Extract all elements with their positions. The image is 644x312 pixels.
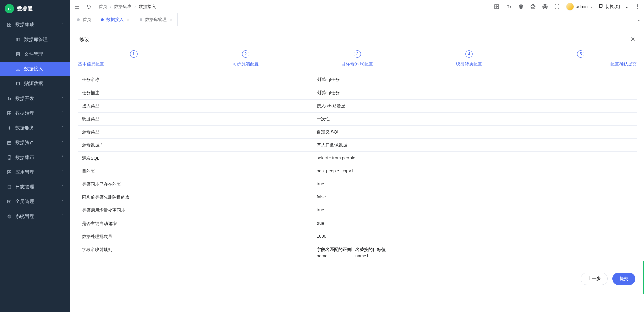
tabs-dropdown[interactable]: ⌄ — [634, 13, 644, 26]
sidebar-item-3[interactable]: 数据接入 — [0, 62, 70, 76]
step-title: 映射转换配置 — [456, 61, 482, 67]
step-title: 配置确认提交 — [610, 61, 637, 67]
row-value: true — [313, 204, 637, 217]
step-number: 4 — [465, 50, 473, 58]
db-icon — [7, 155, 12, 160]
row-value: true — [313, 217, 637, 230]
tab-indicator-icon — [77, 18, 80, 21]
sidebar-item-13[interactable]: 系统管理 ˅ — [0, 209, 70, 224]
list-icon — [15, 37, 21, 42]
topbar: 首页 › 数据集成 › 数据接入 admin ⌄ — [70, 0, 644, 13]
chevron-right-icon: › — [110, 4, 111, 9]
close-icon[interactable]: ✕ — [630, 36, 635, 43]
step-4[interactable]: 4 映射转换配置 — [413, 50, 525, 67]
close-icon[interactable]: ✕ — [169, 17, 173, 22]
table-row: 是否同步已存在的表 true — [78, 178, 637, 191]
step-3[interactable]: 3 目标端(ods)配置 — [301, 50, 413, 67]
sidebar-item-10[interactable]: 应用管理 ˅ — [0, 165, 70, 180]
step-5[interactable]: 5 配置确认提交 — [525, 50, 637, 67]
row-value: 自定义 SQL — [313, 126, 637, 138]
logo[interactable]: rt 数睿通 — [0, 0, 70, 17]
row-label: 任务名称 — [78, 73, 313, 86]
breadcrumb-home[interactable]: 首页 — [99, 4, 107, 10]
sidebar-item-1[interactable]: 数据库管理 — [0, 32, 70, 47]
table-row: 目的表 ods_people_copy1 — [78, 165, 637, 178]
row-value: 字段名匹配的正则 名替换的目标值 name name1 — [313, 243, 637, 262]
sidebar-item-label: 系统管理 — [15, 213, 62, 220]
row-label: 同步前是否先删除目的表 — [78, 191, 313, 204]
svg-rect-5 — [17, 53, 20, 56]
svg-point-10 — [8, 156, 11, 157]
step-1[interactable]: 1 基本信息配置 — [78, 50, 190, 67]
main: 首页 › 数据集成 › 数据接入 admin ⌄ — [70, 0, 644, 312]
step-2[interactable]: 2 同步源端配置 — [190, 50, 301, 67]
svg-rect-11 — [8, 171, 9, 172]
chevron-down-icon: ˅ — [62, 126, 64, 130]
sidebar-item-label: 日志管理 — [15, 184, 62, 190]
fullscreen-icon[interactable] — [554, 3, 560, 10]
close-icon[interactable]: ✕ — [126, 17, 130, 22]
language-icon[interactable] — [518, 3, 524, 10]
avatar-icon — [566, 3, 574, 11]
tab-2[interactable]: 数据库管理 ✕ — [135, 13, 178, 26]
collapse-sidebar-icon[interactable] — [74, 3, 80, 10]
chevron-down-icon: ˅ — [62, 96, 64, 101]
switch-project-menu[interactable]: 切换项目 ⌄ — [599, 4, 629, 10]
step-number: 3 — [354, 50, 361, 58]
sidebar-item-12[interactable]: 全局管理 ˅ — [0, 194, 70, 209]
chevron-down-icon: ⌄ — [590, 4, 593, 9]
svg-point-8 — [9, 127, 10, 129]
svg-rect-6 — [17, 82, 20, 85]
export-icon[interactable] — [493, 3, 500, 10]
prev-step-button[interactable]: 上一步 — [581, 273, 608, 285]
sidebar-item-2[interactable]: 文件管理 — [0, 47, 70, 62]
breadcrumb-section[interactable]: 数据集成 — [114, 4, 131, 10]
svg-rect-4 — [16, 38, 20, 41]
sidebar-item-6[interactable]: 数据治理 ˅ — [0, 106, 70, 121]
sidebar-item-7[interactable]: 数据服务 ˅ — [0, 121, 70, 135]
user-menu[interactable]: admin ⌄ — [566, 3, 593, 11]
mapping-cell: name — [317, 253, 355, 258]
table-row: 是否主键自动递增 true — [78, 217, 637, 230]
sidebar-item-label: 数据库管理 — [24, 37, 64, 43]
content: 修改 ✕ 1 基本信息配置 2 同步源端配置 3 目标端(ods)配置 4 映射… — [70, 26, 644, 312]
mapping-header-regex: 字段名匹配的正则 — [317, 247, 355, 253]
sidebar-item-9[interactable]: 数据集市 ˅ — [0, 150, 70, 165]
chevron-down-icon: ˅ — [62, 199, 64, 204]
tab-0[interactable]: 首页 — [72, 13, 96, 26]
row-value: [5]人口测试数据 — [313, 139, 637, 151]
menu: 数据集成 ˄ 数据库管理 文件管理 数据接入 贴源数据 数据开发 ˅ 数据治理 … — [0, 17, 70, 312]
sidebar-item-4[interactable]: 贴源数据 — [0, 76, 70, 91]
tab-indicator-icon — [140, 18, 142, 21]
table-row: 任务描述 测试sql任务 — [78, 86, 637, 100]
sidebar-item-label: 数据开发 — [15, 96, 62, 102]
tab-1[interactable]: 数据接入 ✕ — [96, 13, 135, 26]
page-title: 修改 — [79, 36, 89, 43]
info-table: 任务名称 测试sql任务任务描述 测试sql任务接入类型 接入ods贴源层调度类… — [78, 73, 637, 262]
table-row: 数据处理批次量 1000 — [78, 230, 637, 243]
row-label: 接入类型 — [78, 100, 313, 112]
file-icon — [15, 52, 21, 57]
row-value: select * from people — [313, 152, 637, 165]
submit-button[interactable]: 提交 — [612, 273, 635, 285]
sidebar-item-label: 应用管理 — [15, 169, 62, 175]
text-size-icon[interactable] — [505, 3, 512, 10]
sidebar-item-0[interactable]: 数据集成 ˄ — [0, 17, 70, 32]
sidebar-item-label: 数据资产 — [15, 140, 62, 146]
table-row: 是否启用增量变更同步 true — [78, 204, 637, 217]
sidebar-item-8[interactable]: 数据资产 ˅ — [0, 135, 70, 150]
more-icon[interactable] — [634, 3, 641, 10]
svg-rect-13 — [8, 173, 11, 174]
row-label: 源端数据库 — [78, 139, 313, 151]
chevron-down-icon: ⌄ — [625, 4, 629, 9]
step-number: 2 — [242, 50, 249, 58]
refresh-icon[interactable] — [85, 3, 92, 10]
sidebar-item-11[interactable]: 日志管理 ˅ — [0, 180, 70, 194]
gitee-icon[interactable] — [542, 3, 548, 10]
svg-rect-9 — [8, 142, 11, 145]
github-icon[interactable] — [530, 3, 536, 10]
row-label: 数据处理批次量 — [78, 230, 313, 243]
sidebar-item-5[interactable]: 数据开发 ˅ — [0, 91, 70, 106]
sidebar-item-label: 数据集成 — [15, 22, 62, 28]
step-number: 1 — [130, 50, 138, 58]
